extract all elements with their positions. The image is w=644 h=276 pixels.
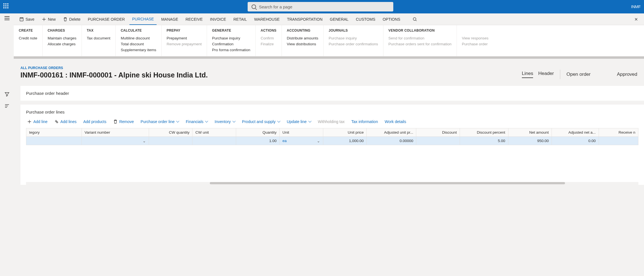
popout-button[interactable]: [631, 13, 641, 25]
tab-invoice[interactable]: INVOICE: [207, 13, 229, 25]
cell-netamount[interactable]: 950.00: [508, 137, 552, 145]
cell-cwqty[interactable]: [149, 137, 192, 145]
ribbon-group-title: TAX: [87, 29, 110, 32]
ribbon-item[interactable]: View distributions: [287, 41, 318, 47]
ribbon-group: CALCULATEMultiline discountTotal discoun…: [116, 25, 162, 56]
inventory-label: Inventory: [215, 119, 231, 124]
ribbon-group: TAXTax document: [82, 25, 116, 56]
nav-expand-button[interactable]: [4, 16, 10, 20]
ribbon-item[interactable]: Total discount: [121, 41, 156, 47]
tab-manage[interactable]: MANAGE: [158, 13, 181, 25]
view-lines-toggle[interactable]: Lines: [522, 71, 533, 78]
ribbon-item[interactable]: Confirmation: [212, 41, 250, 47]
column-header[interactable]: Variant number: [82, 128, 149, 137]
find-button[interactable]: [410, 13, 420, 25]
new-button[interactable]: New: [39, 13, 59, 25]
view-header-toggle[interactable]: Header: [538, 71, 554, 77]
tab-general[interactable]: GENERAL: [327, 13, 351, 25]
withholding-tax-button: Withholding tax: [318, 119, 345, 124]
cell-variant[interactable]: ⌄: [82, 137, 149, 145]
breadcrumb[interactable]: ALL PURCHASE ORDERS: [20, 66, 522, 70]
fasttab-po-lines: Purchase order lines Add line Add lines …: [20, 105, 644, 185]
ribbon-item[interactable]: Purchase inquiry: [212, 35, 250, 41]
scrollbar-thumb[interactable]: [210, 182, 565, 184]
remove-line-button[interactable]: Remove: [113, 119, 134, 124]
po-line-label: Purchase order line: [141, 119, 175, 124]
update-line-menu[interactable]: Update line: [287, 119, 311, 124]
tab-retail[interactable]: RETAIL: [231, 13, 250, 25]
svg-point-2: [413, 18, 416, 20]
tab-receive[interactable]: RECEIVE: [183, 13, 205, 25]
column-header[interactable]: Unit: [280, 128, 323, 137]
tab-purchase-order[interactable]: PURCHASE ORDER: [85, 13, 127, 25]
app-launcher-icon[interactable]: [3, 3, 10, 10]
cell-adjunit[interactable]: 0.00000: [367, 137, 416, 145]
popout-icon: [634, 17, 638, 22]
approval-status[interactable]: Approved: [617, 72, 637, 77]
cell-receiven[interactable]: [599, 137, 638, 145]
ribbon-item: Confirm: [261, 35, 276, 41]
related-info-icon[interactable]: [4, 103, 10, 107]
horizontal-scrollbar[interactable]: [26, 182, 638, 185]
cell-discount[interactable]: [416, 137, 460, 145]
ribbon-item[interactable]: Allocate charges: [48, 41, 76, 47]
cell-discpct[interactable]: 5.00: [460, 137, 508, 145]
tab-purchase[interactable]: PURCHASE: [129, 14, 157, 25]
column-header[interactable]: Discount percent: [460, 128, 508, 137]
save-button[interactable]: Save: [17, 13, 37, 25]
column-header[interactable]: Net amount: [508, 128, 552, 137]
po-line-menu[interactable]: Purchase order line: [141, 119, 179, 124]
column-header[interactable]: tegory: [26, 128, 82, 137]
ribbon-item[interactable]: Tax document: [87, 35, 110, 41]
delete-button[interactable]: Delete: [60, 13, 83, 25]
tax-information-button[interactable]: Tax information: [351, 119, 378, 124]
column-header[interactable]: Receive n: [599, 128, 638, 137]
filter-icon[interactable]: [4, 92, 10, 96]
ribbon-item: View responses: [462, 35, 489, 41]
ribbon-item[interactable]: Distribute amounts: [287, 35, 318, 41]
ribbon-item[interactable]: Supplementary items: [121, 47, 156, 53]
ribbon-group: CREATECredit note: [14, 25, 43, 56]
tab-options[interactable]: OPTIONS: [380, 13, 403, 25]
ribbon-item[interactable]: Prepayment: [167, 35, 202, 41]
tab-customs[interactable]: CUSTOMS: [353, 13, 378, 25]
ribbon-group: CHARGESMaintain chargesAllocate charges: [43, 25, 82, 56]
chevron-down-icon: [233, 120, 235, 123]
ribbon-item[interactable]: Multiline discount: [121, 35, 156, 41]
ribbon-item[interactable]: Maintain charges: [48, 35, 76, 41]
ribbon-group-title: JOURNALS: [329, 29, 378, 32]
trash-icon: [63, 17, 68, 22]
ribbon-group-title: ACTIONS: [261, 29, 276, 32]
column-header[interactable]: CW quantity: [149, 128, 192, 137]
cell-unit[interactable]: ea⌄: [280, 137, 323, 145]
column-header[interactable]: Adjusted net a...: [552, 128, 599, 137]
inventory-menu[interactable]: Inventory: [215, 119, 235, 124]
global-search-input[interactable]: [248, 2, 393, 11]
chevron-down-icon: [176, 120, 179, 123]
ribbon-item[interactable]: Credit note: [19, 35, 37, 41]
add-lines-button[interactable]: Add lines: [54, 119, 77, 124]
financials-menu[interactable]: Financials: [186, 119, 208, 124]
column-header[interactable]: Discount: [416, 128, 460, 137]
cell-qty[interactable]: 1.00: [236, 137, 279, 145]
work-details-button[interactable]: Work details: [385, 119, 406, 124]
column-header[interactable]: Adjusted unit pr...: [367, 128, 416, 137]
column-header[interactable]: CW unit: [192, 128, 236, 137]
fasttab-po-header[interactable]: Purchase order header: [20, 86, 644, 101]
company-indicator[interactable]: INMF: [631, 4, 641, 9]
column-header[interactable]: Quantity: [236, 128, 279, 137]
cell-category[interactable]: [26, 137, 82, 145]
product-supply-menu[interactable]: Product and supply: [242, 119, 280, 124]
add-line-button[interactable]: Add line: [27, 119, 48, 124]
order-status[interactable]: Open order: [566, 72, 590, 77]
tab-transportation[interactable]: TRANSPORTATION: [284, 13, 325, 25]
cell-unitprice[interactable]: 1,000.00: [323, 137, 366, 145]
tab-warehouse[interactable]: WAREHOUSE: [251, 13, 282, 25]
cell-cwunit[interactable]: [192, 137, 236, 145]
add-products-button[interactable]: Add products: [83, 119, 106, 124]
delete-label: Delete: [69, 17, 80, 22]
table-row[interactable]: ⌄1.00ea⌄1,000.000.000005.00950.000.00: [26, 137, 638, 145]
ribbon-item[interactable]: Pro forma confirmation: [212, 47, 250, 53]
column-header[interactable]: Unit price: [323, 128, 366, 137]
cell-adjnet[interactable]: 0.00: [552, 137, 599, 145]
